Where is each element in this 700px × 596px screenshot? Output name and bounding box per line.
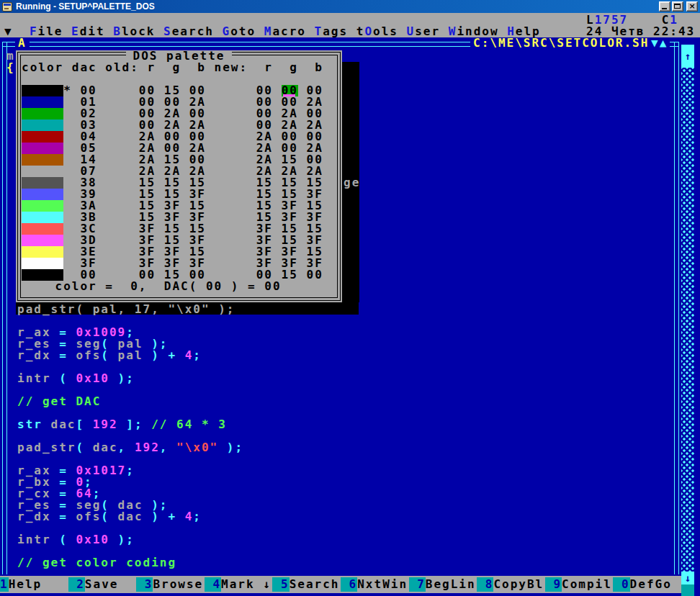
msdos-app-icon [2,2,12,12]
scrollbar-end-cell [681,584,694,596]
file-path: C:\ME\SRC\SETCOLOR.SH [470,37,652,49]
menu-bar: ▼ File Edit Block Search Goto Macro Tags… [4,26,541,37]
fnkey-label: Help [9,577,42,592]
close-button[interactable]: × [686,1,698,12]
function-key-bar: 1Help 2Save 3Browse 4Mark ↓ 5Search 6Nxt… [0,576,681,593]
fnkey-label: NxtWin [357,577,408,592]
fnkey-number: 6 [341,577,357,592]
menu-item-goto[interactable]: Goto [223,24,256,38]
scroll-down-arrow[interactable]: ↓ [681,572,694,584]
code-line: intr ( 0x10 ); [17,373,243,384]
palette-column-headers: color dac old: r g b new: r g b [22,62,323,73]
window-titlebar: Running - SETUP^PALETTE_DOS × [0,0,700,13]
fnkey-number: 1 [0,577,9,592]
fnkey-label: Search [290,577,340,592]
menu-item-edit[interactable]: Edit [71,24,105,38]
close-icon: × [687,2,697,11]
code-line: intr ( 0x10 ); [17,534,243,546]
fnkey-number: 3 [136,577,153,592]
collapse-icons[interactable]: ▼▲ [649,37,670,49]
fnkey-0-defgo[interactable]: 0DefGo [613,576,681,593]
code-line: // get color coding [17,557,243,569]
code-line: r_dx = ofs( pal ) + 4; [17,350,243,361]
fnkey-2-save[interactable]: 2Save [68,576,137,593]
editor-window[interactable]: A C:\ME\SRC\SETCOLOR.SH ▼▲ ↑ ↓ m { ge pa… [0,37,700,576]
scrollbar-track[interactable] [681,68,694,572]
menu-item-tags[interactable]: Tags [315,24,349,38]
menu-item-block[interactable]: Block [113,24,155,38]
window-border-right [674,42,679,574]
dos-palette-dialog: DOS palette color dac old: r g b new: r … [16,50,342,302]
code-line: str dac[ 192 ]; // 64 * 3 [17,419,243,430]
window-tag: A [15,37,30,49]
fnkey-3-browse[interactable]: 3Browse [136,576,205,593]
fnkey-label: CopyBl [493,577,544,592]
window-border-left [2,42,7,574]
fnkey-6-nxtwin[interactable]: 6NxtWin [341,576,409,593]
fnkey-number: 4 [205,577,221,592]
minimize-button[interactable] [659,1,670,12]
menu-item-macro[interactable]: Macro [264,24,306,38]
code-line-marked: pad_str( pal, 17, "\x0" ); [17,304,243,315]
fnkey-number: 7 [409,577,426,592]
fnkey-label: Browse [153,577,203,592]
fnkey-5-search[interactable]: 5Search [272,576,341,593]
fnkey-8-copybl[interactable]: 8CopyBl [477,576,545,593]
menu-item-user[interactable]: User [407,24,441,38]
fnkey-number: 9 [545,577,562,592]
fnkey-number: 2 [68,577,85,592]
fnkey-7-beglin[interactable]: 7BegLin [409,576,477,593]
fnkey-9-compil[interactable]: 9Compil [545,576,614,593]
fnkey-label: Mark ↓ [221,577,272,592]
fnkey-number: 8 [477,577,493,592]
fnkey-number: 5 [272,577,289,592]
fnkey-1-help[interactable]: 1Help [0,576,68,593]
palette-status-line: color = 0, DAC( 00 ) = 00 [22,281,282,292]
occluded-code-fragment: ge [344,177,360,189]
fnkey-label: BegLin [426,577,476,592]
code-area: pad_str( pal, 17, "\x0" );r_ax = 0x1009;… [17,304,243,569]
fnkey-number: 0 [613,577,629,592]
scroll-up-arrow[interactable]: ↑ [681,45,694,68]
code-line: pad_str( dac, 192, "\x0" ); [17,442,243,453]
code-line: r_dx = ofs( dac ) + 4; [17,511,243,523]
menu-item-search[interactable]: Search [163,24,214,38]
fnkey-label: Save [85,577,119,592]
minimize-icon [662,8,667,9]
maximize-button[interactable] [672,1,683,12]
fnkey-4-mark[interactable]: 4Mark ↓ [205,576,273,593]
fnkey-label: DefGo [630,577,672,592]
fnkey-label: Compil [562,577,612,592]
code-line: // get DAC [17,396,243,407]
menu-item-file[interactable]: File [30,24,63,38]
menu-item-tools[interactable]: tOols [356,24,398,38]
maximize-icon [674,4,681,9]
window-title: Running - SETUP^PALETTE_DOS [16,1,658,12]
occluded-code-fragment: { [6,62,15,73]
